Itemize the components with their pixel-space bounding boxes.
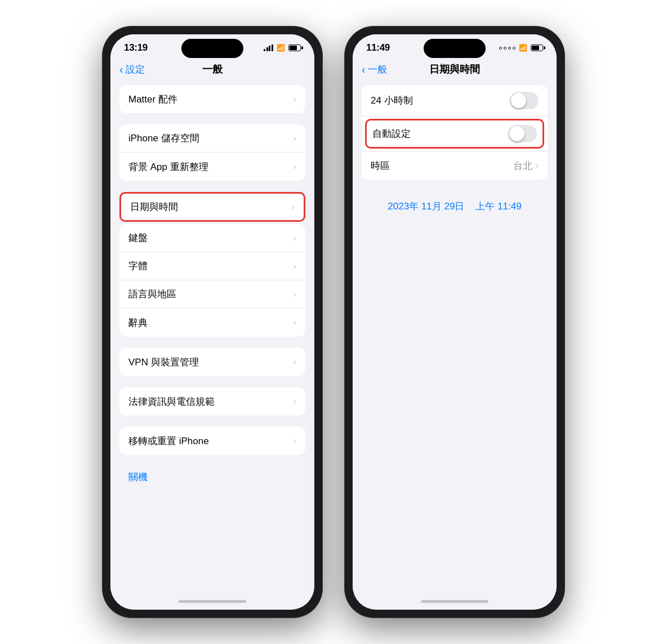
- label-datetime: 日期與時間: [130, 200, 178, 213]
- back-chevron-2: ‹: [362, 64, 366, 75]
- right-matter: ›: [294, 94, 296, 104]
- item-language[interactable]: 語言與地區 ›: [119, 280, 305, 308]
- section-legal: 法律資訊與電信規範 ›: [119, 387, 305, 415]
- item-iphone-storage[interactable]: iPhone 儲存空間 ›: [119, 124, 305, 153]
- time-value: 上午 11:49: [475, 200, 521, 213]
- label-matter: Matter 配件: [128, 93, 177, 106]
- item-font[interactable]: 字體 ›: [119, 252, 305, 280]
- item-transfer[interactable]: 移轉或重置 iPhone ›: [119, 427, 305, 455]
- battery-fill-1: [290, 46, 297, 50]
- section-vpn: VPN 與裝置管理 ›: [119, 348, 305, 376]
- group-keyboard: 鍵盤 › 字體 › 語言與地區 › 辭典 ›: [119, 224, 305, 337]
- toggle-knob-auto-set: [509, 126, 524, 141]
- chevron-legal: ›: [294, 396, 296, 406]
- chevron-storage: ›: [294, 133, 296, 144]
- dynamic-island-1: [181, 39, 243, 58]
- label-font: 字體: [128, 260, 148, 272]
- back-label-2: 一般: [368, 63, 387, 76]
- item-24hr[interactable]: 24 小時制: [362, 85, 548, 117]
- signal-bar-4: [272, 44, 273, 51]
- signal-bar-3: [269, 46, 270, 51]
- dynamic-island-2: [424, 39, 486, 58]
- wifi-icon-2: 📶: [519, 44, 527, 52]
- back-label-1: 設定: [126, 63, 145, 76]
- battery-icon-1: [288, 44, 301, 51]
- label-auto-set: 自動設定: [372, 127, 411, 140]
- nav-title-1: 一般: [202, 62, 223, 76]
- item-timezone[interactable]: 時區 台北 ›: [362, 151, 548, 180]
- item-background-app[interactable]: 背景 App 重新整理 ›: [119, 153, 305, 181]
- date-value: 2023年 11月 29日: [388, 200, 464, 213]
- screen-content-1: Matter 配件 › iPhone 儲存空間 ›: [110, 83, 314, 593]
- item-vpn[interactable]: VPN 與裝置管理 ›: [119, 348, 305, 376]
- phone1: 13:19 📶 ‹: [103, 26, 322, 618]
- home-indicator-2: [353, 593, 557, 610]
- group-matter: Matter 配件 ›: [119, 85, 305, 113]
- section-matter: Matter 配件 ›: [119, 85, 305, 113]
- status-icons-1: 📶: [264, 44, 301, 52]
- group-vpn: VPN 與裝置管理 ›: [119, 348, 305, 376]
- battery-icon-2: [531, 44, 543, 51]
- chevron-matter: ›: [294, 94, 296, 104]
- home-bar-1: [179, 600, 246, 603]
- nav-title-2: 日期與時間: [429, 62, 480, 76]
- timezone-value: 台北: [513, 159, 532, 172]
- item-auto-set-wrapper: 自動設定: [362, 119, 548, 151]
- label-iphone-storage: iPhone 儲存空間: [128, 132, 199, 145]
- item-auto-set-highlighted[interactable]: 自動設定: [365, 119, 544, 149]
- battery-fill-2: [532, 46, 539, 50]
- group-transfer: 移轉或重置 iPhone ›: [119, 427, 305, 455]
- status-icons-2: 📶: [499, 44, 543, 52]
- dot-2: [504, 47, 506, 50]
- dot-1: [499, 47, 502, 50]
- chevron-transfer: ›: [294, 436, 296, 446]
- label-24hr: 24 小時制: [371, 94, 413, 107]
- chevron-language: ›: [294, 289, 296, 299]
- toggle-knob-24hr: [511, 93, 526, 108]
- dot-3: [508, 47, 511, 50]
- chevron-background: ›: [294, 162, 296, 172]
- signal-icon-1: [264, 44, 273, 51]
- section-datetime-settings: 24 小時制 自動設定: [362, 85, 548, 180]
- label-timezone: 時區: [371, 159, 390, 172]
- section-storage: iPhone 儲存空間 › 背景 App 重新整理 ›: [119, 124, 305, 181]
- item-matter[interactable]: Matter 配件 ›: [119, 85, 305, 113]
- home-bar-2: [421, 600, 488, 603]
- group-storage: iPhone 儲存空間 › 背景 App 重新整理 ›: [119, 124, 305, 181]
- status-time-2: 11:49: [366, 42, 390, 53]
- nav-header-2: ‹ 一般 日期與時間: [353, 58, 557, 83]
- label-vpn: VPN 與裝置管理: [128, 356, 199, 369]
- shutdown-button[interactable]: 關機: [119, 466, 305, 488]
- chevron-keyboard: ›: [294, 233, 296, 243]
- screen-content-2: 24 小時制 自動設定: [353, 83, 557, 593]
- back-button-2[interactable]: ‹ 一般: [362, 63, 387, 76]
- group-datetime: 24 小時制 自動設定: [362, 85, 548, 180]
- item-datetime-highlighted[interactable]: 日期與時間 ›: [119, 192, 305, 222]
- nav-header-1: ‹ 設定 一般: [110, 58, 314, 83]
- label-dictionary: 辭典: [128, 316, 148, 329]
- back-chevron-1: ‹: [119, 64, 123, 75]
- signal-bar-2: [266, 47, 268, 51]
- signal-dots-icon: [499, 47, 515, 50]
- label-keyboard: 鍵盤: [128, 231, 148, 244]
- item-dictionary[interactable]: 辭典 ›: [119, 308, 305, 337]
- chevron-vpn: ›: [294, 357, 296, 367]
- section-transfer: 移轉或重置 iPhone ›: [119, 427, 305, 455]
- chevron-dictionary: ›: [294, 317, 296, 328]
- home-indicator-1: [110, 593, 314, 610]
- group-legal: 法律資訊與電信規範 ›: [119, 387, 305, 415]
- label-legal: 法律資訊與電信規範: [128, 395, 215, 408]
- toggle-auto-set[interactable]: [508, 125, 537, 142]
- dot-4: [513, 47, 515, 50]
- chevron-timezone: ›: [536, 160, 539, 171]
- section-keyboard: 鍵盤 › 字體 › 語言與地區 › 辭典 ›: [119, 224, 305, 337]
- toggle-24hr[interactable]: [510, 92, 539, 109]
- item-keyboard[interactable]: 鍵盤 ›: [119, 224, 305, 252]
- item-legal[interactable]: 法律資訊與電信規範 ›: [119, 387, 305, 415]
- phones-container: 13:19 📶 ‹: [103, 26, 564, 618]
- datetime-display: 2023年 11月 29日 上午 11:49: [353, 191, 557, 222]
- label-language: 語言與地區: [128, 288, 176, 301]
- signal-bar-1: [264, 49, 265, 51]
- back-button-1[interactable]: ‹ 設定: [119, 63, 145, 76]
- wifi-icon-1: 📶: [277, 44, 285, 52]
